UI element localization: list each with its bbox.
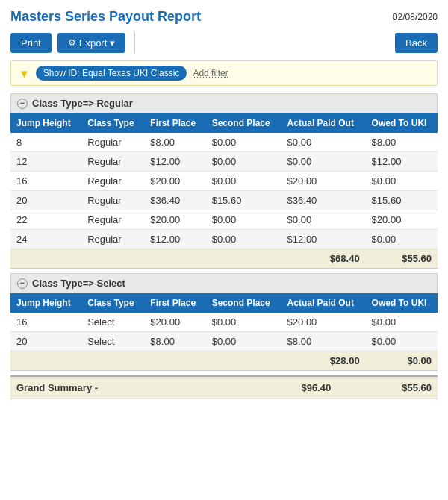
table-cell: $12.00 — [281, 230, 366, 249]
grand-summary-label: Grand Summary - — [10, 376, 236, 399]
page-wrapper: Masters Series Payout Report 02/08/2020 … — [0, 0, 448, 408]
grand-summary-table: Grand Summary - $96.40 $55.60 — [10, 375, 438, 399]
table-row: 20Select$8.00$0.00$8.00$0.00 — [10, 332, 438, 351]
table-cell: 22 — [10, 210, 81, 230]
table-cell: $0.00 — [206, 230, 281, 249]
section-header-regular: − Class Type=> Regular — [10, 93, 438, 113]
section-header-select: − Class Type=> Select — [10, 273, 438, 293]
collapse-icon-select[interactable]: − — [17, 278, 28, 289]
table-header-select: Jump Height Class Type First Place Secon… — [10, 293, 438, 313]
report-date: 02/08/2020 — [393, 12, 438, 22]
table-cell: $12.00 — [144, 152, 205, 172]
table-cell: 12 — [10, 152, 81, 172]
table-row: 24Regular$12.00$0.00$12.00$0.00 — [10, 230, 438, 249]
grand-owed-uki: $55.60 — [337, 376, 438, 399]
table-cell: $0.00 — [281, 210, 366, 230]
table-cell: $0.00 — [206, 210, 281, 230]
table-cell: 20 — [10, 191, 81, 210]
col-class-type-regular: Class Type — [81, 113, 144, 133]
filter-bar: ▼ Show ID: Equal Texas UKI Classic Add f… — [10, 60, 438, 86]
table-cell: Select — [81, 332, 144, 351]
table-row: 16Select$20.00$0.00$20.00$0.00 — [10, 313, 438, 332]
col-first-place-select: First Place — [144, 293, 205, 313]
toolbar-divider — [134, 32, 135, 53]
table-row: 22Regular$20.00$0.00$0.00$20.00 — [10, 210, 438, 230]
table-cell: $0.00 — [206, 152, 281, 172]
table-header-regular: Jump Height Class Type First Place Secon… — [10, 113, 438, 133]
table-cell: 16 — [10, 313, 81, 332]
table-select: Jump Height Class Type First Place Secon… — [10, 293, 438, 371]
subtotal-owed-select: $0.00 — [366, 351, 438, 371]
table-cell: $20.00 — [366, 210, 438, 230]
table-cell: 24 — [10, 230, 81, 249]
table-cell: 16 — [10, 172, 81, 191]
subtotal-actual-select: $28.00 — [281, 351, 366, 371]
table-cell: $0.00 — [206, 332, 281, 351]
table-cell: $0.00 — [206, 133, 281, 152]
col-actual-paid-regular: Actual Paid Out — [281, 113, 366, 133]
table-cell: $12.00 — [366, 152, 438, 172]
table-cell: Regular — [81, 152, 144, 172]
collapse-icon-regular[interactable]: − — [17, 99, 28, 109]
table-cell: Regular — [81, 230, 144, 249]
chevron-down-icon: ▾ — [110, 37, 115, 49]
table-cell: 8 — [10, 133, 81, 152]
table-cell: $15.60 — [206, 191, 281, 210]
subtotal-row-regular: $68.40 $55.60 — [10, 249, 438, 269]
table-cell: $12.00 — [144, 230, 205, 249]
table-row: 20Regular$36.40$15.60$36.40$15.60 — [10, 191, 438, 210]
table-row: 16Regular$20.00$0.00$20.00$0.00 — [10, 172, 438, 191]
table-row: 8Regular$8.00$0.00$0.00$8.00 — [10, 133, 438, 152]
table-cell: $0.00 — [281, 152, 366, 172]
table-cell: $20.00 — [281, 313, 366, 332]
table-cell: 20 — [10, 332, 81, 351]
back-button[interactable]: Back — [395, 33, 438, 53]
col-actual-paid-select: Actual Paid Out — [281, 293, 366, 313]
table-cell: $0.00 — [366, 332, 438, 351]
table-cell: $0.00 — [281, 133, 366, 152]
section-title-regular: Class Type=> Regular — [32, 98, 133, 109]
table-cell: Regular — [81, 133, 144, 152]
table-cell: $20.00 — [144, 313, 205, 332]
table-cell: $0.00 — [366, 313, 438, 332]
col-jump-height-regular: Jump Height — [10, 113, 81, 133]
table-cell: $8.00 — [366, 133, 438, 152]
table-cell: $0.00 — [366, 172, 438, 191]
subtotal-actual-regular: $68.40 — [281, 249, 366, 269]
filter-icon: ▼ — [19, 67, 30, 80]
table-cell: $15.60 — [366, 191, 438, 210]
export-button[interactable]: ⚙ Export ▾ — [57, 33, 126, 53]
col-owed-uki-regular: Owed To UKI — [366, 113, 438, 133]
table-cell: Select — [81, 313, 144, 332]
col-class-type-select: Class Type — [81, 293, 144, 313]
col-owed-uki-select: Owed To UKI — [366, 293, 438, 313]
table-cell: $20.00 — [144, 210, 205, 230]
col-jump-height-select: Jump Height — [10, 293, 81, 313]
page-title: Masters Series Payout Report — [10, 9, 201, 25]
col-second-place-regular: Second Place — [206, 113, 281, 133]
table-cell: $20.00 — [281, 172, 366, 191]
print-button[interactable]: Print — [10, 33, 52, 53]
grand-total-row: Grand Summary - $96.40 $55.60 — [10, 376, 438, 399]
col-second-place-select: Second Place — [206, 293, 281, 313]
add-filter-link[interactable]: Add filter — [193, 68, 228, 78]
col-first-place-regular: First Place — [144, 113, 205, 133]
subtotal-owed-regular: $55.60 — [366, 249, 438, 269]
filter-tag[interactable]: Show ID: Equal Texas UKI Classic — [36, 66, 187, 81]
subtotal-spacer-select — [10, 351, 281, 371]
table-cell: Regular — [81, 172, 144, 191]
section-title-select: Class Type=> Select — [32, 278, 125, 289]
table-cell: $36.40 — [281, 191, 366, 210]
table-cell: $0.00 — [366, 230, 438, 249]
table-cell: $20.00 — [144, 172, 205, 191]
toolbar-row: Print ⚙ Export ▾ Back — [10, 32, 438, 53]
subtotal-spacer-regular — [10, 249, 281, 269]
header-row: Masters Series Payout Report 02/08/2020 — [10, 9, 438, 25]
table-cell: Regular — [81, 210, 144, 230]
subtotal-row-select: $28.00 $0.00 — [10, 351, 438, 371]
table-cell: $0.00 — [206, 172, 281, 191]
table-cell: $8.00 — [144, 133, 205, 152]
table-cell: $8.00 — [281, 332, 366, 351]
gear-icon: ⚙ — [68, 37, 76, 48]
table-cell: $36.40 — [144, 191, 205, 210]
